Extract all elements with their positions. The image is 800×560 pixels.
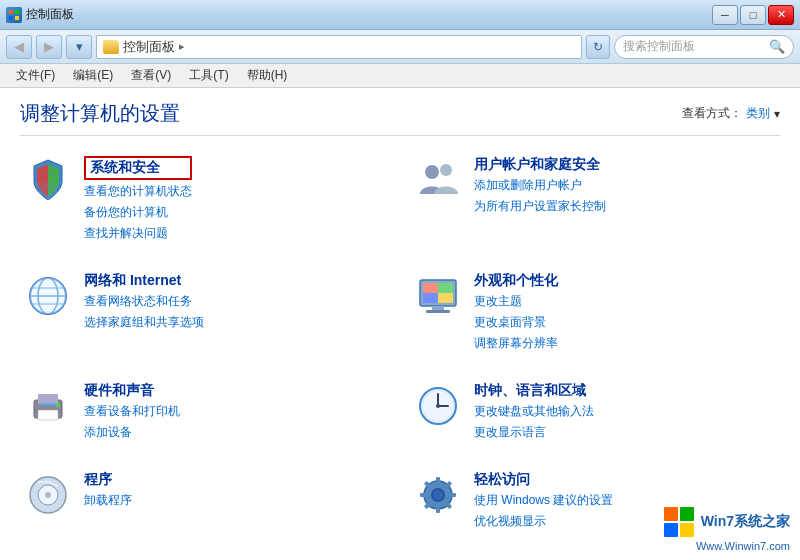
view-mode-value[interactable]: 类别 xyxy=(746,105,770,122)
text-network-internet: 网络和 Internet 查看网络状态和任务 选择家庭组和共享选项 xyxy=(84,272,204,332)
title-system-security[interactable]: 系统和安全 xyxy=(84,156,192,180)
subtitle-user-accounts-2[interactable]: 为所有用户设置家长控制 xyxy=(474,197,606,216)
item-programs[interactable]: 程序 卸载程序 xyxy=(10,461,400,550)
item-user-accounts[interactable]: 用户帐户和家庭安全 添加或删除用户帐户 为所有用户设置家长控制 xyxy=(400,146,790,262)
menu-tools[interactable]: 工具(T) xyxy=(181,65,236,86)
svg-point-11 xyxy=(30,278,66,314)
address-input[interactable]: 控制面板 ▸ xyxy=(96,35,582,59)
text-user-accounts: 用户帐户和家庭安全 添加或删除用户帐户 为所有用户设置家长控制 xyxy=(474,156,606,216)
address-text: 控制面板 xyxy=(123,38,175,56)
subtitle-programs-1[interactable]: 卸载程序 xyxy=(84,491,132,510)
title-appearance[interactable]: 外观和个性化 xyxy=(474,272,558,290)
svg-rect-45 xyxy=(680,507,694,521)
title-user-accounts[interactable]: 用户帐户和家庭安全 xyxy=(474,156,606,174)
svg-rect-35 xyxy=(436,477,440,485)
svg-rect-19 xyxy=(426,310,450,313)
refresh-button[interactable]: ↻ xyxy=(586,35,610,59)
window-controls[interactable]: ─ □ ✕ xyxy=(712,5,794,25)
subtitle-accessibility-2[interactable]: 优化视频显示 xyxy=(474,512,613,531)
title-network-internet[interactable]: 网络和 Internet xyxy=(84,272,204,290)
text-programs: 程序 卸载程序 xyxy=(84,471,132,510)
title-accessibility[interactable]: 轻松访问 xyxy=(474,471,613,489)
text-clock-lang: 时钟、语言和区域 更改键盘或其他输入法 更改显示语言 xyxy=(474,382,594,442)
svg-rect-44 xyxy=(664,507,678,521)
icon-accessibility xyxy=(414,471,462,519)
address-bar: ◀ ▶ ▾ 控制面板 ▸ ↻ 搜索控制面板 🔍 xyxy=(0,30,800,64)
icon-hardware-sound xyxy=(24,382,72,430)
svg-rect-3 xyxy=(15,16,19,20)
icon-programs xyxy=(24,471,72,519)
menu-view[interactable]: 查看(V) xyxy=(123,65,179,86)
page-title: 调整计算机的设置 xyxy=(20,100,180,127)
svg-rect-22 xyxy=(38,410,58,420)
maximize-button[interactable]: □ xyxy=(740,5,766,25)
svg-rect-46 xyxy=(664,523,678,537)
item-network-internet[interactable]: 网络和 Internet 查看网络状态和任务 选择家庭组和共享选项 xyxy=(10,262,400,372)
svg-rect-37 xyxy=(448,493,456,497)
text-system-security: 系统和安全 查看您的计算机状态 备份您的计算机 查找并解决问题 xyxy=(84,156,192,244)
subtitle-system-security-3[interactable]: 查找并解决问题 xyxy=(84,224,192,243)
icon-user-accounts xyxy=(414,156,462,204)
subtitle-network-1[interactable]: 查看网络状态和任务 xyxy=(84,292,204,311)
svg-point-43 xyxy=(433,490,443,500)
windows-logo-icon xyxy=(663,506,695,538)
view-mode-arrow[interactable]: ▾ xyxy=(774,107,780,121)
subtitle-user-accounts-1[interactable]: 添加或删除用户帐户 xyxy=(474,176,606,195)
svg-point-4 xyxy=(425,165,439,179)
svg-rect-14 xyxy=(423,283,438,293)
svg-point-24 xyxy=(56,403,60,407)
menu-edit[interactable]: 编辑(E) xyxy=(65,65,121,86)
svg-rect-0 xyxy=(9,10,13,14)
icon-system-security xyxy=(24,156,72,204)
svg-rect-41 xyxy=(420,493,428,497)
watermark-text-line2: Www.Winwin7.com xyxy=(696,540,790,552)
subtitle-hardware-1[interactable]: 查看设备和打印机 xyxy=(84,402,180,421)
svg-point-5 xyxy=(440,164,452,176)
watermark-logo: Win7系统之家 xyxy=(663,506,790,538)
close-button[interactable]: ✕ xyxy=(768,5,794,25)
title-programs[interactable]: 程序 xyxy=(84,471,132,489)
subtitle-appearance-1[interactable]: 更改主题 xyxy=(474,292,558,311)
subtitle-network-2[interactable]: 选择家庭组和共享选项 xyxy=(84,313,204,332)
title-hardware-sound[interactable]: 硬件和声音 xyxy=(84,382,180,400)
watermark: Win7系统之家 Www.Winwin7.com xyxy=(663,506,790,552)
item-clock-lang[interactable]: 时钟、语言和区域 更改键盘或其他输入法 更改显示语言 xyxy=(400,372,790,461)
svg-rect-17 xyxy=(438,293,453,303)
search-icon[interactable]: 🔍 xyxy=(769,39,785,54)
search-box[interactable]: 搜索控制面板 🔍 xyxy=(614,35,794,59)
forward-button[interactable]: ▶ xyxy=(36,35,62,59)
back-button[interactable]: ◀ xyxy=(6,35,32,59)
view-mode: 查看方式： 类别 ▾ xyxy=(682,105,780,122)
main-content: 调整计算机的设置 查看方式： 类别 ▾ 系统和安全 xyxy=(0,88,800,560)
menu-help[interactable]: 帮助(H) xyxy=(239,65,296,86)
minimize-button[interactable]: ─ xyxy=(712,5,738,25)
dropdown-button[interactable]: ▾ xyxy=(66,35,92,59)
title-clock-lang[interactable]: 时钟、语言和区域 xyxy=(474,382,594,400)
item-system-security[interactable]: 系统和安全 查看您的计算机状态 备份您的计算机 查找并解决问题 xyxy=(10,146,400,262)
subtitle-system-security-2[interactable]: 备份您的计算机 xyxy=(84,203,192,222)
text-hardware-sound: 硬件和声音 查看设备和打印机 添加设备 xyxy=(84,382,180,442)
view-mode-label: 查看方式： xyxy=(682,105,742,122)
title-bar: 控制面板 ─ □ ✕ xyxy=(0,0,800,30)
item-hardware-sound[interactable]: 硬件和声音 查看设备和打印机 添加设备 xyxy=(10,372,400,461)
svg-rect-21 xyxy=(38,394,58,404)
subtitle-system-security-1[interactable]: 查看您的计算机状态 xyxy=(84,182,192,201)
subtitle-clock-2[interactable]: 更改显示语言 xyxy=(474,423,594,442)
subtitle-appearance-2[interactable]: 更改桌面背景 xyxy=(474,313,558,332)
subtitle-appearance-3[interactable]: 调整屏幕分辨率 xyxy=(474,334,558,353)
svg-point-29 xyxy=(436,404,440,408)
address-arrow: ▸ xyxy=(179,40,185,53)
window-title: 控制面板 xyxy=(26,6,74,23)
item-appearance[interactable]: 外观和个性化 更改主题 更改桌面背景 调整屏幕分辨率 xyxy=(400,262,790,372)
text-appearance: 外观和个性化 更改主题 更改桌面背景 调整屏幕分辨率 xyxy=(474,272,558,354)
icon-appearance xyxy=(414,272,462,320)
svg-rect-2 xyxy=(9,16,13,20)
menu-file[interactable]: 文件(F) xyxy=(8,65,63,86)
subtitle-accessibility-1[interactable]: 使用 Windows 建议的设置 xyxy=(474,491,613,510)
svg-rect-18 xyxy=(432,306,444,310)
watermark-text-line1: Win7系统之家 xyxy=(701,513,790,531)
control-panel-grid: 系统和安全 查看您的计算机状态 备份您的计算机 查找并解决问题 用户帐户和家庭安… xyxy=(0,136,800,560)
subtitle-clock-1[interactable]: 更改键盘或其他输入法 xyxy=(474,402,594,421)
subtitle-hardware-2[interactable]: 添加设备 xyxy=(84,423,180,442)
svg-rect-23 xyxy=(40,403,56,405)
